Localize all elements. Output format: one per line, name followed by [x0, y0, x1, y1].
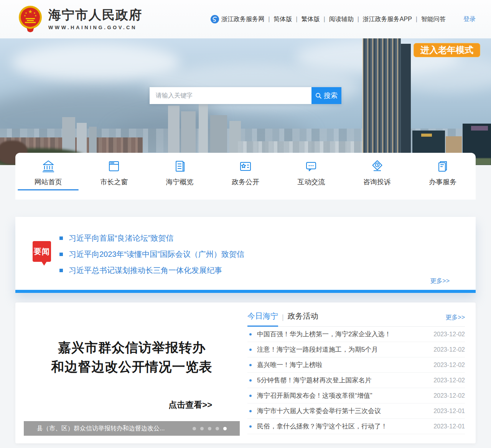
site-header: 海宁市人民政府 WWW.HAINING.GOV.CN 浙江政务服务网 简体版 繁…: [0, 0, 491, 38]
dot-bullet-icon: [249, 349, 252, 351]
main-navigation: 网站首页 市长之窗 海宁概览 政务公开: [15, 153, 476, 200]
nav-label: 网站首页: [35, 177, 62, 187]
key-news-link[interactable]: 习近平向2023年“读懂中国”国际会议（广州）致贺信: [69, 249, 244, 260]
news-title-link[interactable]: 民俗，拿什么拯救？海宁这个社区，行动了！: [257, 422, 427, 431]
carousel-view-link[interactable]: 点击查看>>: [168, 399, 212, 411]
news-row[interactable]: 海宁市十六届人大常委会举行第十三次会议 2023-12-01: [247, 403, 465, 419]
link-reading-aid[interactable]: 阅读辅助: [320, 15, 354, 23]
site-logo[interactable]: 海宁市人民政府 WWW.HAINING.GOV.CN: [18, 5, 142, 33]
nav-item-mayor-window[interactable]: 市长之窗: [81, 153, 147, 200]
news-date: 2023-12-02: [433, 362, 465, 369]
search-input[interactable]: [150, 87, 311, 104]
carousel-dot[interactable]: [200, 427, 204, 430]
key-news-card: 要闻 习近平向首届“良渚论坛”致贺信 习近平向2023年“读懂中国”国际会议（广…: [15, 217, 476, 293]
browser-window-icon: [107, 159, 121, 173]
key-news-list: 习近平向首届“良渚论坛”致贺信 习近平向2023年“读懂中国”国际会议（广州）致…: [59, 230, 244, 278]
nav-item-consult-complaint[interactable]: 咨询投诉: [344, 153, 410, 200]
dot-bullet-icon: [249, 333, 252, 336]
hero-banner-photo: 进入老年模式 搜索: [0, 38, 491, 165]
zhejiang-service-icon: [211, 15, 219, 23]
link-simplified[interactable]: 简体版: [264, 15, 292, 23]
site-identity: 海宁市人民政府 WWW.HAINING.GOV.CN: [48, 7, 142, 30]
active-tab-underline: [18, 189, 79, 190]
news-row[interactable]: 注意！海宁这一路段封道施工，为期5个月 2023-12-02: [247, 342, 465, 357]
nav-label: 海宁概览: [166, 177, 194, 187]
square-bullet-icon: [59, 269, 63, 272]
key-news-badge: 要闻: [33, 241, 51, 262]
announcement-carousel[interactable]: 嘉兴市群众信访举报转办 和边督边改公开情况一览表 点击查看>> 县（市、区）群众…: [24, 312, 240, 436]
key-news-more-link[interactable]: 更多>>: [430, 277, 450, 285]
carousel-caption-bar: 县（市、区）群众信访举报转办和边督边改公...: [24, 421, 240, 436]
news-panel: 今日海宁 | 政务活动 更多>> 中国百强！华为上榜第一，海宁2家企业入选！ 2…: [247, 311, 465, 434]
content-card: 嘉兴市群众信访举报转办 和边督边改公开情况一览表 点击查看>> 县（市、区）群众…: [15, 303, 476, 443]
carousel-dots: [193, 427, 227, 430]
card-bottom-accent: [15, 290, 476, 293]
banner-building: [362, 38, 401, 165]
key-news-item[interactable]: 习近平总书记谋划推动长三角一体化发展纪事: [59, 262, 244, 278]
consult-clock-icon: [370, 159, 384, 173]
link-smart-qa[interactable]: 智能问答: [412, 15, 446, 23]
banner-cloud: [12, 44, 180, 81]
news-date: 2023-12-01: [433, 408, 465, 415]
tab-gov-activities[interactable]: 政务活动: [288, 311, 318, 321]
login-link[interactable]: 登录: [463, 15, 476, 23]
news-row[interactable]: 海宁召开新闻发布会！这项改革很“增值” 2023-12-02: [247, 388, 465, 403]
service-documents-icon: [436, 159, 450, 173]
chat-bubble-icon: [304, 159, 318, 173]
nav-label: 政务公开: [232, 177, 259, 187]
news-title-link[interactable]: 海宁召开新闻发布会！这项改革很“增值”: [257, 391, 427, 400]
dot-bullet-icon: [249, 425, 252, 428]
news-row[interactable]: 民俗，拿什么拯救？海宁这个社区，行动了！ 2023-12-01: [247, 419, 465, 434]
link-zhejiang-service[interactable]: 浙江政务服务网: [211, 15, 264, 23]
banner-building-sign: [421, 134, 432, 137]
dot-bullet-icon: [249, 395, 252, 397]
overview-document-icon: [173, 159, 187, 173]
news-more-link[interactable]: 更多>>: [445, 314, 465, 322]
news-title-link[interactable]: 嘉兴唯一！海宁上榜啦: [257, 360, 427, 369]
nav-item-services[interactable]: 办事服务: [410, 153, 476, 200]
elder-mode-button[interactable]: 进入老年模式: [414, 43, 480, 57]
news-title-link[interactable]: 5分钟售罄！海宁题材再次登上国家名片: [257, 376, 427, 385]
carousel-caption[interactable]: 县（市、区）群众信访举报转办和边督边改公...: [37, 425, 165, 433]
news-row[interactable]: 5分钟售罄！海宁题材再次登上国家名片 2023-12-02: [247, 373, 465, 388]
home-bank-icon: [41, 159, 55, 173]
dot-bullet-icon: [249, 379, 252, 382]
nav-item-gov-disclosure[interactable]: 政务公开: [213, 153, 278, 200]
carousel-dot-active[interactable]: [223, 427, 227, 430]
square-bullet-icon: [59, 253, 63, 256]
key-news-item[interactable]: 习近平向首届“良渚论坛”致贺信: [59, 230, 244, 246]
banner-building-sign: [471, 126, 488, 131]
dot-bullet-icon: [249, 364, 252, 366]
carousel-dot[interactable]: [208, 427, 211, 430]
nav-label: 办事服务: [429, 177, 456, 187]
header-links: 浙江政务服务网 简体版 繁体版 阅读辅助 浙江政务服务APP 智能问答: [211, 15, 446, 23]
national-emblem-icon: [18, 5, 43, 33]
nav-item-interaction[interactable]: 互动交流: [278, 153, 344, 200]
news-row[interactable]: 嘉兴唯一！海宁上榜啦 2023-12-02: [247, 357, 465, 373]
nav-item-home[interactable]: 网站首页: [15, 153, 81, 200]
news-date: 2023-12-02: [433, 377, 465, 384]
nav-label: 咨询投诉: [363, 177, 391, 187]
news-title-link[interactable]: 注意！海宁这一路段封道施工，为期5个月: [257, 345, 427, 354]
news-title-link[interactable]: 海宁市十六届人大常委会举行第十三次会议: [257, 407, 427, 415]
search-button[interactable]: 搜索: [311, 87, 341, 104]
nav-label: 互动交流: [297, 177, 325, 187]
link-traditional[interactable]: 繁体版: [292, 15, 320, 23]
carousel-dot[interactable]: [193, 427, 196, 430]
news-row[interactable]: 中国百强！华为上榜第一，海宁2家企业入选！ 2023-12-02: [247, 327, 465, 342]
news-date: 2023-12-02: [433, 346, 465, 353]
nav-label: 市长之窗: [100, 177, 128, 187]
key-news-item[interactable]: 习近平向2023年“读懂中国”国际会议（广州）致贺信: [59, 246, 244, 262]
carousel-dot[interactable]: [216, 427, 219, 430]
dot-bullet-icon: [249, 410, 252, 412]
key-news-link[interactable]: 习近平向首届“良渚论坛”致贺信: [69, 233, 173, 243]
search-icon: [315, 93, 322, 99]
news-list: 中国百强！华为上榜第一，海宁2家企业入选！ 2023-12-02 注意！海宁这一…: [247, 327, 465, 434]
header-utility-bar: 浙江政务服务网 简体版 繁体版 阅读辅助 浙江政务服务APP 智能问答 登录: [211, 0, 476, 38]
news-title-link[interactable]: 中国百强！华为上榜第一，海宁2家企业入选！: [257, 330, 427, 339]
page: 海宁市人民政府 WWW.HAINING.GOV.CN 浙江政务服务网 简体版 繁…: [0, 0, 491, 448]
key-news-link[interactable]: 习近平总书记谋划推动长三角一体化发展纪事: [69, 265, 222, 276]
tab-today-haining[interactable]: 今日海宁: [247, 311, 278, 321]
link-zhejiang-app[interactable]: 浙江政务服务APP: [354, 15, 412, 23]
nav-item-overview[interactable]: 海宁概览: [147, 153, 213, 200]
